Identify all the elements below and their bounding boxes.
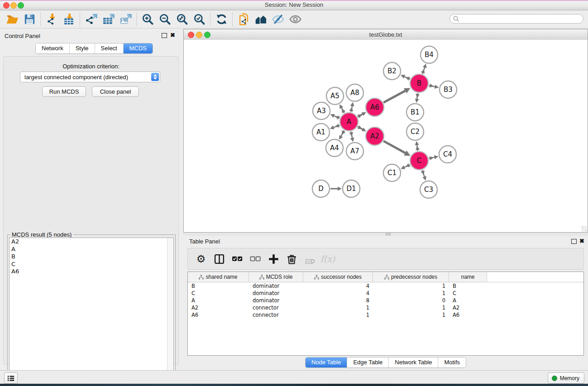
tab-style[interactable]: Style: [70, 43, 95, 53]
import-table-icon[interactable]: [60, 13, 77, 26]
edge-arrowhead-icon: [349, 107, 353, 112]
table-cell[interactable]: 0: [373, 297, 449, 304]
table-cell[interactable]: 4: [303, 290, 373, 296]
shared-column-icon: [384, 275, 389, 280]
table-cell[interactable]: B: [449, 283, 487, 289]
table-cell[interactable]: 1: [303, 312, 373, 318]
column-header-shared-name[interactable]: shared name: [188, 272, 249, 282]
export-network-icon[interactable]: [82, 13, 100, 26]
open-file-icon[interactable]: [4, 13, 21, 26]
zoom-out-icon[interactable]: [156, 13, 173, 26]
toolbar-separator: [232, 13, 233, 26]
network-window-titlebar[interactable]: testGlobe.txt: [184, 29, 588, 40]
node-table[interactable]: shared nameMCDS rolesuccessor nodesprede…: [187, 272, 584, 356]
mcds-panel: Optimization criterion: largest connecte…: [3, 56, 179, 365]
tab-node-table[interactable]: Node Table: [306, 357, 348, 367]
table-cell[interactable]: A2: [188, 305, 249, 311]
tab-network[interactable]: Network: [36, 43, 70, 53]
export-table-icon[interactable]: [100, 13, 117, 26]
result-item[interactable]: B: [10, 253, 173, 261]
resize-grip-icon[interactable]: [582, 226, 587, 232]
graph-node-label-A6: A6: [370, 103, 379, 111]
table-cell[interactable]: A: [449, 297, 487, 304]
table-row[interactable]: Adominator80A: [188, 297, 583, 304]
table-cell[interactable]: connector: [249, 305, 303, 311]
table-row[interactable]: A6connector11A6: [188, 311, 583, 319]
table-cell[interactable]: dominator: [249, 283, 303, 289]
export-image-icon[interactable]: [117, 13, 134, 26]
column-header-successor-nodes[interactable]: successor nodes: [303, 272, 373, 282]
result-item[interactable]: C: [10, 261, 173, 268]
table-cell[interactable]: 1: [373, 283, 449, 289]
split-divider[interactable]: [183, 233, 588, 236]
application-window: Session: New Session Control Panel ✖ Net…: [0, 0, 588, 386]
zoom-selected-icon[interactable]: [191, 13, 208, 26]
table-cell[interactable]: A6: [188, 312, 249, 318]
table-row[interactable]: A2connector11A2: [188, 304, 583, 311]
zoom-fit-icon[interactable]: [173, 13, 191, 26]
edge-A2-C[interactable]: [383, 141, 406, 154]
table-float-panel-icon[interactable]: [571, 239, 577, 244]
table-cell[interactable]: C: [449, 290, 487, 296]
edge-A6-B[interactable]: [383, 90, 406, 102]
graph-node-label-D: D: [318, 185, 324, 193]
refresh-view-icon[interactable]: [213, 13, 230, 26]
table-cell[interactable]: 1: [373, 290, 449, 296]
mcds-result-list[interactable]: A2ABCA6: [9, 238, 174, 386]
table-cell[interactable]: B: [188, 283, 249, 289]
table-cell[interactable]: dominator: [249, 297, 303, 304]
criterion-dropdown[interactable]: largest connected component (directed): [20, 71, 160, 82]
close-panel-button[interactable]: Close panel: [92, 86, 139, 97]
import-network-icon[interactable]: [43, 13, 60, 26]
network-canvas[interactable]: B4B2BB3A8A5A6A3B1AC2A1A2A4A7C4CC1C3DD1: [184, 40, 588, 232]
table-cell[interactable]: A: [188, 297, 249, 304]
save-session-icon[interactable]: [21, 13, 38, 26]
result-item[interactable]: A6: [10, 268, 173, 276]
houses-icon[interactable]: [252, 13, 269, 26]
table-close-panel-icon[interactable]: ✖: [579, 238, 584, 244]
float-panel-icon[interactable]: [162, 33, 167, 38]
task-history-button[interactable]: [4, 372, 18, 384]
table-cell[interactable]: 1: [373, 312, 449, 318]
search-field[interactable]: [449, 14, 583, 24]
tab-edge-table[interactable]: Edge Table: [347, 357, 389, 367]
column-header-name[interactable]: name: [449, 272, 487, 282]
network-graph[interactable]: B4B2BB3A8A5A6A3B1AC2A1A2A4A7C4CC1C3DD1: [184, 40, 588, 232]
result-scrollbar[interactable]: [167, 238, 173, 386]
graph-node-label-A8: A8: [350, 89, 359, 97]
table-cell[interactable]: A6: [449, 312, 487, 318]
column-header-MCDS-role[interactable]: MCDS role: [249, 272, 303, 282]
table-cell[interactable]: A2: [449, 305, 487, 311]
table-cell[interactable]: 1: [373, 305, 449, 311]
tab-select[interactable]: Select: [95, 43, 124, 53]
show-details-icon[interactable]: [287, 13, 304, 26]
search-input[interactable]: [459, 15, 583, 23]
table-row[interactable]: Bdominator41B: [188, 282, 583, 290]
create-column-icon[interactable]: [266, 252, 281, 266]
tab-mcds[interactable]: MCDS: [124, 43, 153, 53]
hide-details-icon[interactable]: [269, 13, 287, 26]
table-cell[interactable]: 8: [303, 297, 373, 304]
zoom-in-icon[interactable]: [139, 13, 156, 26]
run-mcds-button[interactable]: Run MCDS: [42, 86, 86, 97]
memory-button[interactable]: Memory: [548, 372, 584, 384]
toolbar-separator: [40, 13, 41, 26]
table-mode-gear-icon[interactable]: ⚙: [193, 252, 209, 266]
select-all-columns-icon[interactable]: [229, 252, 245, 266]
table-cell[interactable]: connector: [249, 312, 303, 318]
delete-columns-icon[interactable]: [284, 252, 299, 266]
result-item[interactable]: A: [10, 246, 173, 253]
table-cell[interactable]: 4: [303, 283, 373, 289]
result-item[interactable]: A2: [10, 238, 173, 246]
table-row[interactable]: Cdominator41C: [188, 290, 583, 297]
documents-share-icon[interactable]: [235, 13, 252, 26]
deselect-all-columns-icon[interactable]: [248, 252, 263, 266]
tab-network-table[interactable]: Network Table: [389, 357, 438, 367]
column-header-predecessor-nodes[interactable]: predecessor nodes: [373, 272, 449, 282]
table-cell[interactable]: C: [188, 290, 249, 296]
tab-motifs[interactable]: Motifs: [438, 357, 466, 367]
show-columns-icon[interactable]: [211, 252, 227, 266]
close-panel-icon[interactable]: ✖: [170, 32, 175, 38]
table-cell[interactable]: dominator: [249, 290, 303, 296]
table-cell[interactable]: 1: [303, 305, 373, 311]
